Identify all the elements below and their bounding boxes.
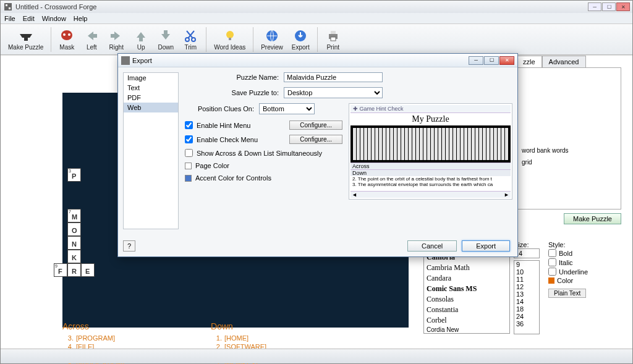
up-button[interactable]: Up [129,27,153,52]
list-item[interactable]: Web [124,103,178,112]
list-item[interactable]: 18 [514,305,539,313]
configure-hint-button[interactable]: Configure... [289,121,342,130]
lightbulb-icon [222,28,238,44]
make-puzzle-panel-button[interactable]: Make Puzzle [564,213,621,224]
preview-scrollbar[interactable]: ◄► [350,191,511,198]
dialog-icon [121,56,130,65]
svg-point-6 [68,33,70,36]
cancel-button[interactable]: Cancel [407,240,457,252]
list-item[interactable]: Corbel [424,315,509,326]
list-item[interactable]: 12 [514,283,539,290]
option-text: grid [522,159,616,166]
maximize-button[interactable]: ☐ [602,2,616,11]
list-item[interactable]: Candara [424,273,509,284]
help-button[interactable]: ? [123,240,135,252]
menu-edit[interactable]: Edit [23,15,35,22]
anvil-icon [18,28,34,44]
preview-title: My Puzzle [350,114,511,124]
enable-check-label: Enable Check Menu [197,136,258,143]
close-button[interactable]: ✕ [616,2,630,11]
svg-rect-14 [331,31,336,34]
list-item[interactable]: 24 [514,313,539,320]
list-item[interactable]: Cordia New [424,326,509,334]
word-ideas-button[interactable]: Word Ideas [210,27,249,52]
svg-rect-0 [4,3,12,11]
page-color-label: Page Color [195,162,229,169]
configure-check-button[interactable]: Configure... [289,135,342,144]
italic-checkbox[interactable]: Italic [548,258,604,267]
save-to-select[interactable]: Desktop [284,87,383,98]
list-item[interactable]: 13 [514,290,539,298]
accent-color-label: Accent Color for Controls [195,174,271,182]
menu-help[interactable]: Help [74,15,88,22]
right-panel: zzle Advanced word bank words grid Make … [516,56,621,224]
scissors-icon [182,28,198,44]
svg-point-9 [226,31,234,38]
dialog-titlebar: Export ─ ☐ ✕ [118,54,517,67]
list-item[interactable]: 3.[PROGRAM] [62,334,124,342]
make-puzzle-button[interactable]: Make Puzzle [4,27,47,52]
preview-tabs: ✚ Game Hint Check [350,105,511,113]
font-size-list[interactable]: 9 10 11 12 13 14 18 24 36 [514,260,540,334]
show-across-down-checkbox[interactable] [185,149,193,157]
menu-window[interactable]: Window [42,15,66,22]
color-option[interactable]: Color [548,276,604,285]
trim-button[interactable]: Trim [179,27,202,52]
export-confirm-button[interactable]: Export [462,240,510,252]
list-item[interactable]: 10 [514,268,539,276]
page-color-swatch[interactable] [185,163,192,169]
list-item[interactable]: Comic Sans MS [424,284,509,294]
list-item[interactable]: Text [124,83,178,93]
list-item[interactable]: 14 [514,298,539,305]
enable-hint-label: Enable Hint Menu [197,122,250,129]
dialog-maximize-button[interactable]: ☐ [484,56,499,65]
position-select[interactable]: Bottom [259,103,315,114]
list-item[interactable]: 9 [514,261,539,268]
crossword-grid-fragment: 3P 7M O N K 9FRE [67,168,95,277]
menubar: File Edit Window Help [1,13,632,24]
accent-color-swatch[interactable] [185,175,192,182]
svg-rect-2 [9,7,11,9]
export-preview-pane: ✚ Game Hint Check My Puzzle Across Down … [349,103,512,200]
puzzle-name-input[interactable] [284,72,383,82]
list-item[interactable]: Consolas [424,294,509,305]
preview-button[interactable]: Preview [257,27,287,52]
list-item[interactable]: 36 [514,320,539,328]
export-format-list[interactable]: Image Text PDF Web [123,72,179,229]
export-button[interactable]: Export [288,27,313,52]
list-item[interactable]: Image [124,73,178,83]
size-label: Size: [514,241,545,248]
option-text: word bank words [522,147,616,154]
menu-file[interactable]: File [4,15,15,22]
list-item[interactable]: Cambria Math [424,263,509,273]
enable-check-checkbox[interactable] [185,135,193,143]
underline-checkbox[interactable]: Underline [548,267,604,276]
preview-crossword-icon [350,125,511,163]
list-item[interactable]: 1.[HOME] [211,334,266,342]
across-heading: Across [62,321,124,331]
toolbar: Make Puzzle Mask Left Right Up Down Trim [1,24,632,55]
list-item[interactable]: Constantia [424,305,509,315]
window-title: Untitled - Crossword Forge [15,3,96,11]
enable-hint-checkbox[interactable] [185,121,193,129]
left-button[interactable]: Left [80,27,103,52]
plain-text-button[interactable]: Plain Text [548,289,586,298]
bold-checkbox[interactable]: Bold [548,248,604,258]
list-item[interactable]: 11 [514,276,539,283]
arrow-up-icon [133,28,149,44]
right-button[interactable]: Right [104,27,128,52]
svg-rect-1 [6,4,7,6]
tab-puzzle[interactable]: zzle [516,56,542,67]
save-to-label: Save Puzzle to: [185,89,284,96]
down-button[interactable]: Down [154,27,177,52]
app-icon [3,2,13,12]
list-item[interactable]: PDF [124,93,178,103]
svg-point-4 [61,30,72,40]
mask-button[interactable]: Mask [55,27,79,52]
print-button[interactable]: Print [321,27,345,52]
tab-advanced[interactable]: Advanced [542,56,586,67]
dialog-minimize-button[interactable]: ─ [469,56,483,65]
dialog-close-button[interactable]: ✕ [499,56,514,65]
minimize-button[interactable]: ─ [588,2,601,11]
svg-point-5 [63,33,66,36]
